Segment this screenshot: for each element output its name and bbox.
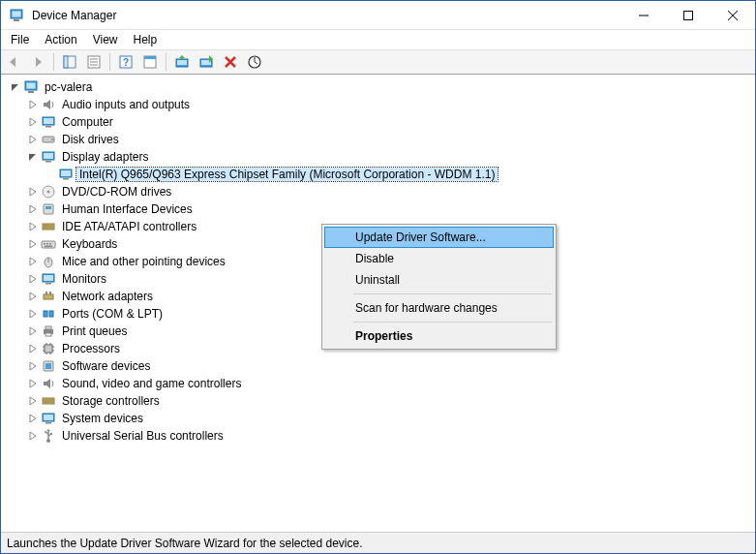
uninstall-button[interactable] <box>220 51 241 73</box>
expander-icon[interactable] <box>26 255 40 268</box>
tree-item-label[interactable]: Sound, video and game controllers <box>59 377 244 390</box>
svg-rect-49 <box>45 283 51 285</box>
ctx-separator <box>353 322 552 323</box>
scan-hardware-button[interactable] <box>244 51 265 73</box>
toolbar-separator <box>166 53 166 71</box>
maximize-button[interactable] <box>666 1 711 30</box>
svg-point-75 <box>46 439 50 443</box>
svg-rect-32 <box>63 178 69 180</box>
tree-item-label[interactable]: Computer <box>59 115 116 129</box>
ctx-properties[interactable]: Properties <box>324 325 554 347</box>
expander-icon[interactable] <box>26 324 40 338</box>
tree-item-label[interactable]: Network adapters <box>59 290 156 303</box>
expander-icon[interactable] <box>26 394 40 408</box>
minimize-button[interactable] <box>621 1 666 30</box>
expander-icon[interactable] <box>26 290 40 303</box>
ctx-disable[interactable]: Disable <box>324 248 554 269</box>
tree-item-label[interactable]: IDE ATA/ATAPI controllers <box>59 220 199 233</box>
svg-rect-50 <box>44 294 53 299</box>
expander-icon[interactable] <box>9 80 22 94</box>
expander-icon[interactable] <box>26 412 40 425</box>
tree-item-label[interactable]: Software devices <box>59 359 153 373</box>
svg-rect-69 <box>43 398 54 404</box>
menu-file[interactable]: File <box>3 31 37 48</box>
close-button[interactable] <box>711 1 755 30</box>
expander-icon[interactable] <box>26 429 40 443</box>
tree-item-label[interactable]: Audio inputs and outputs <box>59 98 193 111</box>
svg-rect-1 <box>13 11 21 16</box>
tree-item-label[interactable]: System devices <box>59 412 146 425</box>
dvd-icon <box>41 184 56 200</box>
mouse-icon <box>41 254 56 269</box>
expander-icon[interactable] <box>26 359 40 373</box>
tree-item-label[interactable]: Storage controllers <box>59 394 163 408</box>
menu-view[interactable]: View <box>85 31 126 48</box>
tree-item-label[interactable]: Mice and other pointing devices <box>59 255 228 268</box>
expander-icon[interactable] <box>26 342 40 355</box>
tree-item-label[interactable]: Disk drives <box>59 133 122 146</box>
svg-rect-41 <box>44 243 45 245</box>
show-hide-tree-button[interactable] <box>59 51 80 73</box>
tree-item-label[interactable]: Keyboards <box>59 237 120 251</box>
expander-icon[interactable] <box>26 202 40 216</box>
menu-action[interactable]: Action <box>37 31 84 48</box>
expander-icon[interactable] <box>26 150 40 164</box>
expander-icon[interactable] <box>26 307 40 321</box>
svg-rect-58 <box>45 345 52 353</box>
computer-icon <box>41 114 56 130</box>
usb-icon <box>41 428 56 444</box>
ctx-update-driver[interactable]: Update Driver Software... <box>324 227 554 248</box>
properties-button[interactable] <box>83 51 105 73</box>
help-button[interactable]: ? <box>115 51 136 73</box>
status-bar: Launches the Update Driver Software Wiza… <box>1 532 755 553</box>
expander-icon[interactable] <box>26 115 40 129</box>
ctx-uninstall[interactable]: Uninstall <box>324 269 554 291</box>
ide-icon <box>41 219 56 234</box>
expander-icon[interactable] <box>26 220 40 233</box>
forward-button[interactable] <box>27 51 48 73</box>
update-driver-button[interactable] <box>171 51 193 73</box>
svg-rect-51 <box>45 292 47 294</box>
tree-item-label[interactable]: Universal Serial Bus controllers <box>59 429 227 443</box>
svg-rect-42 <box>46 243 48 245</box>
expander-icon[interactable] <box>26 237 40 251</box>
expander-icon[interactable] <box>26 185 40 199</box>
svg-rect-36 <box>45 206 51 209</box>
svg-rect-37 <box>43 224 54 230</box>
menu-help[interactable]: Help <box>126 31 166 48</box>
processor-icon <box>41 341 56 356</box>
svg-rect-74 <box>45 422 51 424</box>
status-text: Launches the Update Driver Software Wiza… <box>7 537 363 550</box>
action-button[interactable] <box>139 51 161 73</box>
expander-icon[interactable] <box>26 377 40 390</box>
expander-icon[interactable] <box>26 272 40 286</box>
tree-item-label[interactable]: Processors <box>59 342 123 355</box>
svg-rect-3 <box>684 11 693 19</box>
tree-item-label[interactable]: Ports (COM & LPT) <box>59 307 166 321</box>
tree-item-label[interactable]: Print queues <box>59 324 130 338</box>
tree-item-label[interactable]: Display adapters <box>59 150 151 164</box>
ctx-scan[interactable]: Scan for hardware changes <box>324 297 554 319</box>
svg-point-34 <box>47 191 50 194</box>
tree-item-label[interactable]: Human Interface Devices <box>59 202 196 216</box>
disable-button[interactable] <box>196 51 217 73</box>
tree-item-label[interactable]: Monitors <box>59 272 109 286</box>
expander-icon[interactable] <box>26 98 40 111</box>
disk-icon <box>41 132 56 147</box>
computer-root-icon <box>23 79 39 95</box>
tree-item-label[interactable]: DVD/CD-ROM drives <box>59 185 174 199</box>
device-tree-panel[interactable]: pc-valera Audio inputs and outputs Compu… <box>1 75 755 532</box>
back-button[interactable] <box>3 51 24 73</box>
context-menu: Update Driver Software... Disable Uninst… <box>321 224 557 350</box>
svg-rect-73 <box>44 415 53 420</box>
tree-root-label[interactable]: pc-valera <box>42 80 95 94</box>
selected-device-label[interactable]: Intel(R) Q965/Q963 Express Chipset Famil… <box>76 168 498 181</box>
display-adapter-icon <box>58 167 74 182</box>
menubar: File Action View Help <box>1 30 755 49</box>
svg-rect-23 <box>44 118 53 124</box>
svg-rect-15 <box>177 60 187 65</box>
svg-rect-13 <box>144 56 156 59</box>
expander-icon[interactable] <box>26 133 40 146</box>
svg-rect-56 <box>45 326 51 329</box>
app-icon <box>9 8 24 23</box>
